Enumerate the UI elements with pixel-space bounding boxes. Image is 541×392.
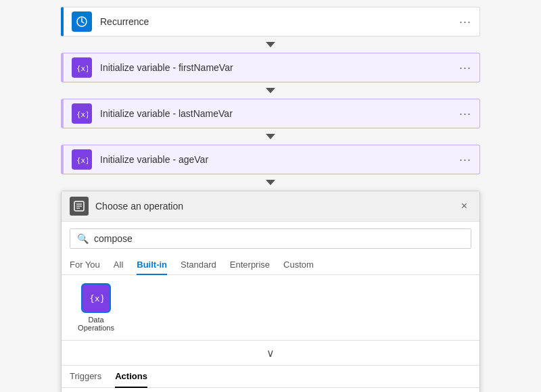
init-firstname-menu[interactable]: ··· — [459, 61, 471, 75]
arrow-3 — [264, 130, 277, 143]
data-operations-icon: {x} — [81, 283, 111, 313]
init-lastname-icon: {x} — [72, 103, 92, 124]
search-icon: 🔍 — [77, 233, 89, 244]
icon-item-data-operations[interactable]: {x} Data Operations — [72, 283, 120, 332]
main-container: Recurrence ··· {x} Initialize variable -… — [0, 0, 541, 392]
step-recurrence[interactable]: Recurrence ··· — [61, 7, 480, 36]
init-firstname-label: Initialize variable - firstNameVar — [100, 62, 459, 73]
arrow-1 — [264, 38, 277, 51]
init-lastname-menu[interactable]: ··· — [459, 107, 471, 121]
svg-text:{x}: {x} — [89, 293, 103, 303]
operation-modal: Choose an operation × 🔍 For You All Buil… — [61, 191, 480, 392]
init-age-menu[interactable]: ··· — [459, 153, 471, 167]
data-operations-label: Data Operations — [72, 316, 120, 332]
modal-header-icon — [70, 197, 89, 216]
init-firstname-icon: {x} — [72, 57, 92, 78]
tab-enterprise[interactable]: Enterprise — [230, 255, 270, 275]
tab-all[interactable]: All — [114, 255, 123, 275]
init-age-icon: {x} — [72, 149, 92, 170]
modal-close-button[interactable]: × — [457, 199, 471, 214]
init-age-label: Initialize variable - ageVar — [100, 154, 459, 165]
recurrence-label: Recurrence — [100, 16, 459, 27]
svg-text:{x}: {x} — [76, 156, 88, 164]
tab-standard[interactable]: Standard — [181, 255, 216, 275]
svg-text:{x}: {x} — [76, 110, 88, 118]
arrow-2 — [264, 84, 277, 97]
sub-tabs-row: Triggers Actions — [62, 366, 479, 388]
tabs-row: For You All Built-in Standard Enterprise… — [62, 255, 479, 275]
svg-text:{x}: {x} — [76, 64, 88, 72]
arrow-4 — [264, 176, 277, 189]
search-input[interactable] — [94, 233, 464, 244]
sub-tab-triggers[interactable]: Triggers — [70, 366, 101, 388]
tab-for-you[interactable]: For You — [70, 255, 100, 275]
init-lastname-label: Initialize variable - lastNameVar — [100, 108, 459, 119]
result-list: {x} Compose Data Operations ⓘ — [62, 388, 479, 392]
flow-steps: Recurrence ··· {x} Initialize variable -… — [0, 7, 541, 392]
step-init-age[interactable]: {x} Initialize variable - ageVar ··· — [61, 145, 480, 174]
modal-title: Choose an operation — [95, 201, 457, 212]
tab-custom[interactable]: Custom — [283, 255, 314, 275]
modal-header: Choose an operation × — [62, 191, 479, 222]
search-bar: 🔍 — [70, 228, 471, 249]
icon-grid: {x} Data Operations — [62, 275, 479, 341]
expand-chevron-icon[interactable]: ∨ — [262, 345, 279, 361]
recurrence-menu[interactable]: ··· — [459, 15, 471, 29]
recurrence-icon — [72, 11, 92, 32]
step-init-lastname[interactable]: {x} Initialize variable - lastNameVar ··… — [61, 99, 480, 128]
sub-tab-actions[interactable]: Actions — [115, 366, 147, 388]
step-init-firstname[interactable]: {x} Initialize variable - firstNameVar ·… — [61, 53, 480, 82]
expand-row: ∨ — [62, 341, 479, 366]
tab-built-in[interactable]: Built-in — [137, 255, 167, 275]
